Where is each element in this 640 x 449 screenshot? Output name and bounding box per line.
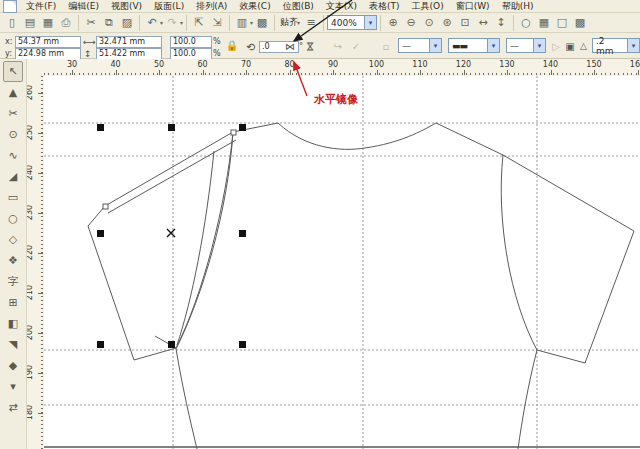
undo-button-dropdown[interactable]: ▾ bbox=[160, 19, 163, 26]
drawing-canvas[interactable] bbox=[44, 76, 640, 449]
ruler-tick bbox=[41, 316, 43, 317]
zoom-height-button[interactable]: ↕ bbox=[493, 15, 509, 31]
arrow-start-combo[interactable]: —▾ bbox=[398, 38, 442, 53]
copy-button[interactable]: ⧉ bbox=[101, 15, 117, 31]
vertical-ruler[interactable]: 260250240230220210200190180 bbox=[26, 76, 45, 449]
x-position-field[interactable]: 54.37 mm bbox=[15, 36, 81, 48]
zoom-out-button[interactable]: ⊖ bbox=[403, 15, 419, 31]
ruler-origin-corner[interactable] bbox=[26, 59, 45, 77]
crop-tool[interactable]: ✂ bbox=[3, 103, 23, 124]
lock-ratio-button[interactable]: 🔒 bbox=[224, 38, 240, 53]
ruler-tick bbox=[41, 340, 43, 341]
arrow-end-combo[interactable]: —▾ bbox=[506, 38, 546, 53]
export-button[interactable]: ⇲ bbox=[209, 15, 225, 31]
zoom-in-button[interactable]: ⊕ bbox=[385, 15, 401, 31]
height-icon: ↕ bbox=[84, 49, 92, 59]
order-button[interactable]: ↪ bbox=[330, 39, 346, 54]
zoom-width-button[interactable]: ↔ bbox=[475, 15, 491, 31]
table-tool[interactable]: ⊞ bbox=[3, 292, 23, 313]
ruler-tick bbox=[305, 73, 306, 75]
menu-item-2[interactable]: 编辑(E) bbox=[62, 0, 105, 13]
open-button[interactable]: ▤ bbox=[22, 15, 38, 31]
pick-tool[interactable]: ↖ bbox=[3, 61, 23, 82]
rectangle-tool[interactable]: ▭ bbox=[3, 187, 23, 208]
scale-h-field[interactable]: 100.0 bbox=[170, 36, 212, 48]
coreldraw-window: 文件(F)编辑(E)视图(V)版面(L)排列(A)效果(C)位图(B)文本(X)… bbox=[0, 0, 640, 449]
zoom-selected-button[interactable]: ⊙ bbox=[421, 15, 437, 31]
application-launcher-button-dropdown[interactable]: ▾ bbox=[250, 19, 253, 26]
rectangle-icon[interactable]: □ bbox=[554, 15, 570, 31]
menu-item-12[interactable]: 帮助(H) bbox=[496, 0, 540, 13]
ruler-tick bbox=[41, 400, 43, 401]
ellipse-icon[interactable]: ○ bbox=[518, 15, 534, 31]
redo-button[interactable]: ↷ bbox=[164, 15, 180, 31]
welcome-screen-button[interactable]: ▩ bbox=[254, 15, 270, 31]
interactive-tool[interactable]: ⇄ bbox=[3, 397, 23, 418]
line-style-combo[interactable]: ▬▬▾ bbox=[448, 38, 500, 53]
mirror-vertical-button[interactable]: ⋈ bbox=[303, 39, 318, 55]
paste-button[interactable]: ▨ bbox=[119, 15, 135, 31]
menu-item-4[interactable]: 版面(L) bbox=[148, 0, 190, 13]
ruler-tick bbox=[457, 73, 458, 75]
outline-width-combo[interactable]: .2 mm▾ bbox=[592, 38, 640, 53]
interactive-fill-tool[interactable]: ◧ bbox=[3, 313, 23, 334]
options-button[interactable]: ≡ bbox=[303, 15, 319, 31]
save-button[interactable]: ▦ bbox=[40, 15, 56, 31]
toolbar-separator bbox=[513, 15, 514, 31]
snap-to-button[interactable]: 贴齐▾ bbox=[278, 16, 302, 29]
menu-item-8[interactable]: 文本(X) bbox=[320, 0, 363, 13]
smart-fill-tool[interactable]: ◢ bbox=[3, 166, 23, 187]
outline-pen-tool[interactable]: ◆ bbox=[3, 355, 23, 376]
application-launcher-button[interactable]: ▥ bbox=[234, 15, 250, 31]
ruler-tick bbox=[53, 73, 54, 75]
zoom-tool[interactable]: ⊙ bbox=[3, 124, 23, 145]
ruler-tick-major bbox=[38, 213, 43, 214]
mirror-horizontal-button[interactable]: ⋈ bbox=[282, 39, 298, 54]
redo-button-dropdown[interactable]: ▾ bbox=[180, 19, 183, 26]
ruler-tick bbox=[288, 73, 289, 75]
ruler-tick bbox=[41, 360, 43, 361]
color-grid-icon[interactable]: ▩ bbox=[572, 15, 588, 31]
zoom-all-button[interactable]: ⊛ bbox=[439, 15, 455, 31]
ruler-tick bbox=[479, 73, 480, 75]
menu-item-6[interactable]: 效果(C) bbox=[233, 0, 276, 13]
cut-button[interactable]: ✂ bbox=[83, 15, 99, 31]
ruler-tick bbox=[327, 73, 328, 75]
menu-item-5[interactable]: 排列(A) bbox=[190, 0, 233, 13]
horizontal-ruler[interactable]: 30405060708090100110120130140150160 bbox=[44, 59, 640, 77]
ruler-tick bbox=[453, 73, 454, 75]
ruler-tick bbox=[41, 120, 43, 121]
text-wrap-button[interactable]: ▣ bbox=[562, 39, 578, 54]
ruler-tick bbox=[41, 444, 43, 445]
ruler-number: 210 bbox=[26, 285, 34, 300]
print-button[interactable]: ⎙ bbox=[58, 15, 74, 31]
weld-button[interactable]: ▫ bbox=[378, 39, 394, 54]
menu-item-7[interactable]: 位图(B) bbox=[277, 0, 320, 13]
zoom-page-button[interactable]: ⊡ bbox=[457, 15, 473, 31]
menu-item-10[interactable]: 工具(O) bbox=[406, 0, 450, 13]
basic-shapes-tool[interactable]: ❖ bbox=[3, 250, 23, 271]
ruler-tick-major bbox=[246, 70, 247, 75]
eyedropper-tool[interactable]: ◥ bbox=[3, 334, 23, 355]
menu-item-3[interactable]: 视图(V) bbox=[105, 0, 148, 13]
ruler-tick bbox=[41, 348, 43, 349]
menu-item-9[interactable]: 表格(T) bbox=[363, 0, 406, 13]
freehand-tool[interactable]: ∿ bbox=[3, 145, 23, 166]
apply-button[interactable]: ✓ bbox=[348, 39, 364, 54]
width-field[interactable]: 32.471 mm bbox=[96, 36, 162, 48]
undo-button[interactable]: ↶ bbox=[144, 15, 160, 31]
new-document-button[interactable]: ▯ bbox=[4, 15, 20, 31]
text-tool[interactable]: 字 bbox=[3, 271, 23, 292]
menu-item-11[interactable]: 窗口(W) bbox=[450, 0, 496, 13]
ruler-tick bbox=[175, 73, 176, 75]
polygon-tool[interactable]: ◇ bbox=[3, 229, 23, 250]
ruler-tick bbox=[627, 73, 628, 75]
shape-tool[interactable]: ▲ bbox=[3, 82, 23, 103]
chevron-down-icon: ▾ bbox=[487, 39, 499, 52]
menu-item-1[interactable]: 文件(F) bbox=[20, 0, 62, 13]
graph-paper-icon[interactable]: ▦ bbox=[536, 15, 552, 31]
ellipse-tool[interactable]: ○ bbox=[3, 208, 23, 229]
import-button[interactable]: ⇱ bbox=[191, 15, 207, 31]
fill-tool[interactable]: ▾ bbox=[3, 376, 23, 397]
zoom-level-combo[interactable]: 400%▾ bbox=[327, 15, 377, 30]
